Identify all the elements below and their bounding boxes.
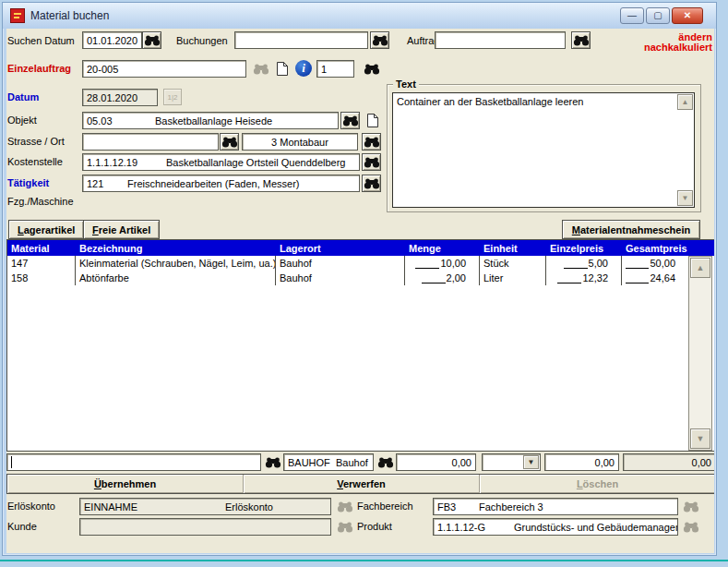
erloeskonto-input: EINNAHMEErlöskonto [79, 498, 331, 515]
einheit-dropdown[interactable]: ▼ [482, 453, 541, 471]
table-row[interactable]: 158 Abtönfarbe Bauhof 2,00 Liter 12,32 2… [7, 271, 714, 285]
taetigkeit-label: Tätigkeit [7, 177, 49, 188]
maximize-button[interactable]: ▢ [646, 7, 670, 24]
lager-search-button[interactable] [376, 453, 395, 471]
objekt-search-button[interactable] [340, 112, 360, 129]
table-header-row: Material Bezeichnung Lagerort Menge Einh… [7, 240, 714, 256]
kostenstelle-input[interactable]: 1.1.1.12.19Basketballanlage Ortsteil Que… [82, 153, 360, 171]
einzelpreis-entry-input[interactable]: 0,00 [544, 453, 619, 471]
text-textarea[interactable]: Container an der Basketballanlage leeren… [392, 92, 695, 208]
kunde-label: Kunde [7, 521, 37, 532]
buchungen-label: Buchungen [176, 35, 228, 46]
scroll-up-icon: ▲ [697, 263, 705, 272]
table-scrollbar[interactable]: ▲ ▼ [688, 256, 712, 451]
objekt-input[interactable]: 05.03Basketballanlage Heisede [82, 112, 339, 129]
binoculars-icon [342, 115, 359, 127]
einzelauftrag-input[interactable]: 20-005 [82, 60, 246, 78]
info-icon: i [302, 61, 305, 76]
text-scroll-up[interactable]: ▲ [677, 94, 693, 110]
einzelauftrag-label: Einzelauftrag [7, 63, 71, 74]
text-caret [11, 456, 12, 468]
ort-input[interactable]: 3 Montabaur [242, 133, 358, 151]
position-search-button[interactable] [362, 60, 381, 78]
text-group-label: Text [393, 78, 419, 90]
scroll-down-icon: ▼ [697, 434, 705, 443]
fachbereich-input[interactable]: FB3Fachbereich 3 [433, 498, 678, 515]
materialentnahmeschein-button[interactable]: Materialentnahmeschein [562, 220, 700, 239]
datum-label: Datum [7, 91, 39, 103]
table-scroll-down[interactable]: ▼ [690, 428, 710, 449]
binoculars-icon-disabled [683, 521, 699, 533]
artikel-search-button[interactable] [263, 453, 282, 471]
gesamtpreis-entry-field: 0,00 [623, 453, 714, 471]
strasse-label: Strasse / Ort [7, 136, 65, 147]
document-icon [276, 61, 289, 77]
binoculars-icon [372, 34, 388, 46]
produkt-search-button [681, 518, 700, 536]
scroll-down-icon: ▼ [682, 192, 689, 205]
calendar-icon: 1|2 [163, 89, 182, 105]
lager-input[interactable]: BAUHOFBauhof [283, 453, 374, 471]
text-scroll-down[interactable]: ▼ [677, 190, 693, 206]
buchungen-search-button[interactable] [370, 31, 389, 49]
position-input[interactable]: 1 [316, 60, 354, 78]
col-header-bezeichnung: Bezeichnung [76, 240, 276, 256]
info-button[interactable]: i [295, 60, 312, 77]
auftrag-input[interactable] [435, 31, 566, 49]
fachbereich-label: Fachbereich [357, 501, 413, 512]
tab-freie-artikel[interactable]: Freie Artikel [83, 220, 160, 239]
status-badge: ändern nachkalkuliert [644, 32, 712, 53]
col-header-einzelpreis: Einzelpreis [546, 240, 622, 256]
produkt-input[interactable]: 1.1.1.12-GGrundstücks- und Gebäudemanage… [433, 518, 678, 536]
binoculars-icon-disabled [337, 521, 353, 533]
uebernehmen-button[interactable]: Übernehmen [7, 475, 244, 493]
datum-input: 28.01.2020 [82, 89, 158, 106]
artikel-entry-input[interactable] [6, 453, 261, 471]
binoculars-icon-disabled [337, 501, 353, 513]
suchen-datum-input[interactable]: 01.01.2020 [82, 31, 142, 49]
fzg-maschine-label: Fzg./Maschine [7, 196, 74, 207]
app-icon [10, 8, 25, 23]
binoculars-icon [221, 136, 238, 148]
suchen-datum-label: Suchen Datum [7, 35, 75, 46]
close-button[interactable]: ✕ [672, 7, 703, 24]
kunde-input [79, 518, 331, 536]
binoculars-icon-disabled [253, 63, 269, 75]
material-buchen-window: Material buchen — ▢ ✕ Suchen Datum 01.01… [2, 2, 717, 556]
chevron-down-icon: ▼ [528, 458, 535, 466]
new-document-button[interactable] [274, 60, 291, 78]
scroll-up-icon: ▲ [682, 96, 689, 109]
col-header-material: Material [7, 240, 76, 256]
suchen-datum-search-button[interactable] [142, 31, 161, 49]
window-title: Material buchen [30, 9, 109, 22]
strasse-input[interactable] [82, 133, 219, 151]
strasse-search-button[interactable] [220, 133, 239, 151]
produkt-label: Produkt [357, 521, 392, 532]
lagerartikel-table: Material Bezeichnung Lagerort Menge Einh… [6, 239, 714, 452]
menge-entry-input[interactable]: 0,00 [396, 453, 476, 471]
buchungen-input[interactable] [234, 31, 368, 49]
document-icon [366, 113, 379, 128]
objekt-new-button[interactable] [364, 112, 381, 129]
desktop-edge-line [0, 560, 728, 561]
binoculars-icon [364, 177, 380, 189]
table-scroll-up[interactable]: ▲ [690, 258, 710, 278]
binoculars-icon-disabled [683, 501, 699, 513]
auftrag-search-button[interactable] [571, 31, 591, 49]
objekt-label: Objekt [7, 115, 37, 126]
kostenstelle-search-button[interactable] [362, 153, 381, 171]
table-row[interactable]: 147 Kleinmaterial (Schrauben, Nägel, Lei… [7, 256, 714, 271]
minimize-button[interactable]: — [620, 7, 644, 24]
kunde-search-button [335, 518, 354, 536]
taetigkeit-input[interactable]: 121Freischneidearbeiten (Faden, Messer) [82, 175, 360, 192]
action-bar: Übernehmen Verwerfen Löschen [6, 474, 714, 494]
dropdown-button[interactable]: ▼ [523, 455, 539, 469]
binoculars-icon [377, 456, 394, 468]
erloeskonto-search-button [335, 498, 354, 515]
taetigkeit-search-button[interactable] [362, 175, 381, 192]
binoculars-icon [573, 34, 590, 46]
tab-lagerartikel[interactable]: Lagerartikel [8, 220, 84, 239]
ort-search-button[interactable] [362, 133, 381, 151]
kostenstelle-label: Kostenstelle [7, 156, 63, 167]
verwerfen-button[interactable]: Verwerfen [244, 475, 480, 493]
